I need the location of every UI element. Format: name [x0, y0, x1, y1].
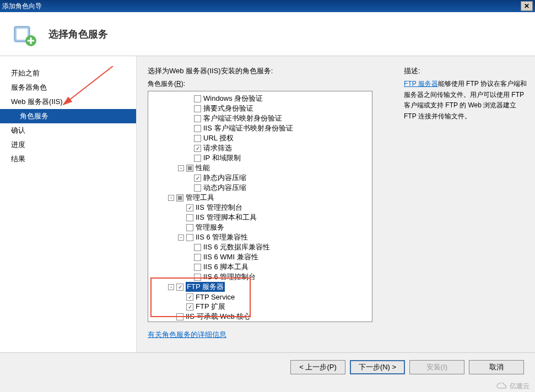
tree-node[interactable]: IIS 6 WMI 兼容性 [152, 252, 372, 262]
sidebar-item-5[interactable]: 进度 [0, 138, 136, 152]
checkbox[interactable] [194, 254, 201, 261]
header: 选择角色服务 [0, 12, 535, 56]
tree-label: 静态内容压缩 [203, 173, 246, 183]
tree-node[interactable]: ✓静态内容压缩 [152, 173, 372, 183]
tree-node[interactable]: 摘要式身份验证 [152, 104, 372, 113]
tree-label: 性能 [196, 163, 210, 173]
tree-node[interactable]: -IIS 6 管理兼容性 [152, 232, 372, 242]
role-services-tree: Windows 身份验证摘要式身份验证客户端证书映射身份验证IIS 客户端证书映… [148, 91, 372, 322]
checkbox[interactable]: ✓ [176, 284, 183, 291]
tree-node[interactable]: IIS 6 管理控制台 [152, 272, 372, 282]
tree-node[interactable]: ✓FTP Service [152, 292, 372, 302]
checkbox[interactable] [194, 115, 201, 122]
checkbox[interactable] [194, 95, 201, 102]
sidebar: 开始之前服务器角色Web 服务器(IIS)角色服务确认进度结果 [0, 56, 137, 352]
description-title: 描述: [404, 66, 529, 76]
wizard-window: 添加角色向导 ✕ 选择角色服务 开始之前服务器角色Web 服务器(IIS)角色服… [0, 0, 535, 392]
sidebar-item-2[interactable]: Web 服务器(IIS) [0, 95, 136, 109]
tree-node[interactable]: IIS 6 脚本工具 [152, 262, 372, 272]
checkbox[interactable] [186, 224, 193, 231]
tree-node[interactable]: ✓IIS 管理控制台 [152, 203, 372, 213]
checkbox[interactable]: ✓ [186, 204, 193, 211]
collapse-icon[interactable]: - [168, 284, 174, 290]
sidebar-item-1[interactable]: 服务器角色 [0, 80, 136, 95]
checkbox[interactable]: ✓ [186, 303, 193, 311]
next-button[interactable]: 下一步(N) > [350, 360, 405, 374]
tree-label: IIS 管理控制台 [196, 203, 242, 213]
install-button: 安装(I) [409, 360, 464, 374]
tree-container: Windows 身份验证摘要式身份验证客户端证书映射身份验证IIS 客户端证书映… [148, 91, 372, 322]
main-content: 选择为Web 服务器(IIS)安装的角色服务: 角色服务(R): Windows… [137, 56, 535, 352]
tree-node[interactable]: -✓FTP 服务器 [152, 282, 372, 292]
tree-node[interactable]: IIS 管理脚本和工具 [152, 213, 372, 222]
tree-node[interactable]: IIS 6 元数据库兼容性 [152, 242, 372, 252]
tree-node[interactable]: URL 授权 [152, 133, 372, 143]
sidebar-item-3[interactable]: 角色服务 [0, 109, 136, 123]
checkbox[interactable] [194, 105, 201, 112]
tree-label: IP 和域限制 [203, 153, 241, 163]
titlebar[interactable]: 添加角色向导 ✕ [0, 0, 535, 12]
tree-label: IIS 6 元数据库兼容性 [203, 242, 270, 252]
tree-label: 摘要式身份验证 [203, 104, 253, 113]
tree-node[interactable]: ✓FTP 扩展 [152, 302, 372, 312]
tree-node[interactable]: IIS 可承载 Web 核心 [152, 312, 372, 322]
tree-node[interactable]: Windows 身份验证 [152, 94, 372, 104]
tree-label: Windows 身份验证 [203, 94, 263, 104]
sidebar-item-6[interactable]: 结果 [0, 152, 136, 166]
tree-scroll[interactable]: Windows 身份验证摘要式身份验证客户端证书映射身份验证IIS 客户端证书映… [148, 91, 372, 322]
tree-label: 管理工具 [186, 193, 214, 203]
checkbox[interactable] [194, 125, 201, 132]
tree-label: 动态内容压缩 [203, 183, 246, 193]
tree-label: IIS 6 管理兼容性 [196, 232, 248, 242]
checkbox[interactable] [186, 234, 193, 241]
close-button[interactable]: ✕ [521, 1, 533, 11]
tree-label: IIS 6 管理控制台 [203, 272, 256, 282]
tree-node[interactable]: -性能 [152, 163, 372, 173]
body: 开始之前服务器角色Web 服务器(IIS)角色服务确认进度结果 选择为Web 服… [0, 56, 535, 352]
cancel-button[interactable]: 取消 [469, 360, 524, 374]
collapse-icon[interactable]: - [168, 195, 174, 201]
tree-label: FTP 服务器 [186, 282, 225, 292]
more-info-link[interactable]: 有关角色服务的详细信息 [148, 330, 393, 340]
collapse-icon[interactable]: - [178, 165, 184, 171]
tree-node[interactable]: 管理服务 [152, 222, 372, 232]
checkbox[interactable]: ✓ [194, 175, 201, 182]
sidebar-item-0[interactable]: 开始之前 [0, 66, 136, 80]
checkbox[interactable] [176, 313, 183, 320]
tree-node[interactable]: IP 和域限制 [152, 153, 372, 163]
checkbox[interactable] [194, 244, 201, 251]
tree-label: IIS 6 脚本工具 [203, 262, 248, 272]
tree-node[interactable]: 动态内容压缩 [152, 183, 372, 193]
tree-label: 管理服务 [196, 222, 224, 232]
sidebar-item-4[interactable]: 确认 [0, 123, 136, 138]
page-title: 选择角色服务 [48, 28, 108, 41]
checkbox[interactable] [194, 184, 201, 192]
tree-node[interactable]: IIS 客户端证书映射身份验证 [152, 123, 372, 133]
prev-button[interactable]: < 上一步(P) [290, 360, 345, 374]
checkbox[interactable] [176, 194, 183, 202]
checkbox[interactable] [194, 135, 201, 142]
ftp-server-link[interactable]: FTP 服务器 [404, 80, 438, 88]
role-services-label: 角色服务(R): [148, 79, 393, 89]
tree-node[interactable]: ✓请求筛选 [152, 143, 372, 153]
instruction-text: 选择为Web 服务器(IIS)安装的角色服务: [148, 66, 393, 76]
collapse-icon[interactable]: - [178, 235, 184, 241]
tree-node[interactable]: -管理工具 [152, 193, 372, 203]
left-pane: 选择为Web 服务器(IIS)安装的角色服务: 角色服务(R): Windows… [148, 66, 393, 347]
checkbox[interactable] [186, 165, 193, 172]
tree-node[interactable]: 客户端证书映射身份验证 [152, 113, 372, 123]
checkbox[interactable] [186, 214, 193, 221]
watermark: 亿速云 [496, 382, 529, 391]
tree-label: FTP Service [196, 293, 235, 301]
description-text: FTP 服务器能够使用 FTP 协议在客户端和服务器之间传输文件。用户可以使用 … [404, 78, 529, 121]
footer: < 上一步(P) 下一步(N) > 安装(I) 取消 [0, 352, 535, 381]
tree-label: IIS 6 WMI 兼容性 [203, 252, 258, 262]
checkbox[interactable]: ✓ [186, 293, 193, 301]
wizard-icon [11, 21, 37, 47]
checkbox[interactable]: ✓ [194, 145, 201, 152]
tree-label: IIS 管理脚本和工具 [196, 213, 257, 222]
window-title: 添加角色向导 [2, 2, 42, 11]
checkbox[interactable] [194, 274, 201, 281]
checkbox[interactable] [194, 264, 201, 271]
checkbox[interactable] [194, 155, 201, 162]
